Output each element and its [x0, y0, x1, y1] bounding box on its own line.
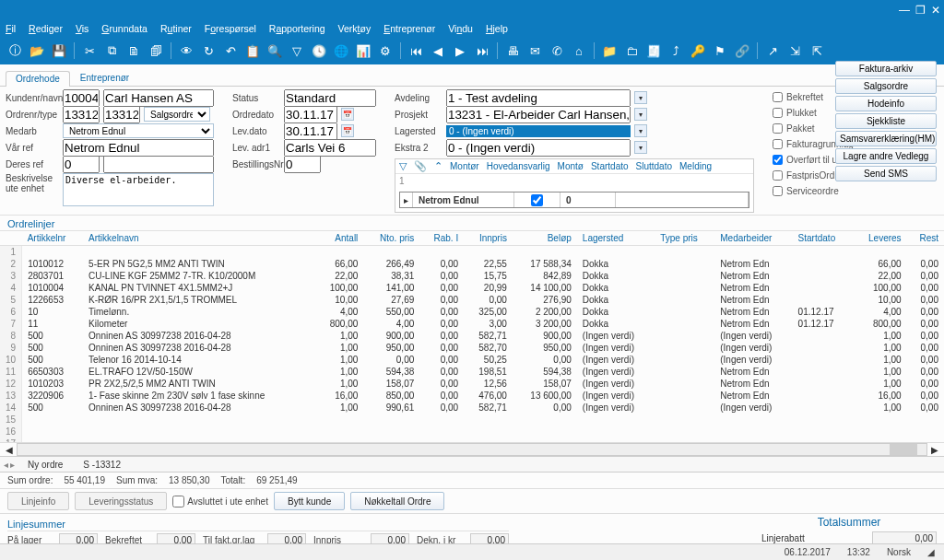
col-start[interactable]: Startdato: [591, 161, 629, 171]
table-row[interactable]: 10500Telenor 16 2014-10-14 1,000,000,00 …: [0, 354, 944, 366]
menu-rutiner[interactable]: Rutiner: [160, 23, 192, 34]
col-ntopris[interactable]: Nto. pris: [363, 231, 419, 246]
menu-rediger[interactable]: Rediger: [29, 23, 63, 34]
kundenavn-input[interactable]: [103, 89, 214, 107]
dropdown-icon[interactable]: ▾: [634, 124, 647, 137]
table-row[interactable]: 15: [0, 414, 944, 426]
prosjekt-input[interactable]: [446, 106, 631, 123]
in-icon[interactable]: ⇱: [808, 41, 826, 60]
close-icon[interactable]: ✕: [931, 4, 940, 17]
link-icon[interactable]: 🔗: [733, 41, 751, 60]
dropdown-icon[interactable]: ▾: [634, 91, 647, 104]
col-hoved[interactable]: Hovedansvarlig: [487, 161, 550, 171]
col-melding[interactable]: Melding: [679, 161, 712, 171]
orderlines-grid[interactable]: Artikkelnr Artikkelnavn Antall Nto. pris…: [0, 231, 944, 443]
menu-entreprenor[interactable]: Entreprenør: [384, 23, 435, 34]
key-icon[interactable]: 🔑: [689, 41, 707, 60]
status-input[interactable]: [284, 89, 376, 107]
tab-next-icon[interactable]: ▸: [10, 460, 15, 470]
col-monto[interactable]: Montø: [558, 161, 584, 171]
col-artikkelnr[interactable]: Artikkelnr: [22, 231, 83, 246]
btn-lagre-vedlegg[interactable]: Lagre andre Vedlegg: [835, 148, 937, 164]
col-lagersted[interactable]: Lagersted: [577, 231, 655, 246]
table-row[interactable]: 51226653K-RØR 16/PR 2X1,5/1,5 TROMMEL 10…: [0, 294, 944, 306]
ordretype-select[interactable]: Salgsordre: [144, 107, 210, 122]
report-icon[interactable]: 🧾: [644, 41, 663, 60]
montor-check[interactable]: [531, 194, 543, 206]
menu-vindu[interactable]: Vindu: [448, 23, 473, 34]
beskrivelse-textarea[interactable]: Diverse el-arbeider.: [63, 173, 214, 206]
ordrenr-input[interactable]: [63, 106, 100, 123]
col-typepris[interactable]: Type pris: [655, 231, 714, 246]
table-row[interactable]: 116650303EL.TRAFO 12V/50-150W 1,00594,38…: [0, 366, 944, 378]
first-icon[interactable]: ⏮: [407, 41, 425, 60]
gear-icon[interactable]: ⚙: [376, 41, 395, 60]
col-rab[interactable]: Rab. I: [419, 231, 464, 246]
btn-samsvar[interactable]: Samsvarerklæring(HM): [835, 131, 937, 146]
col-slutt[interactable]: Sluttdato: [636, 161, 672, 171]
table-row[interactable]: 41010004KANAL PN TVINNET 4X1.5MM2+J 100,…: [0, 282, 944, 294]
menu-vis[interactable]: Vis: [76, 23, 88, 34]
col-antall[interactable]: Antall: [315, 231, 364, 246]
chk-pakket[interactable]: [773, 123, 783, 134]
table-row[interactable]: 8500Onninen AS 30997238 2016-04-28 1,009…: [0, 330, 944, 342]
ekstra2-input[interactable]: [446, 139, 631, 157]
table-row[interactable]: 210100125-ER PN 5G2,5 MM2 ANTI TWIN 66,0…: [0, 258, 944, 270]
bestnr-input[interactable]: [284, 156, 321, 173]
col-rest[interactable]: Rest: [907, 231, 944, 246]
col-innpris[interactable]: Innpris: [464, 231, 513, 246]
table-row[interactable]: 16: [0, 426, 944, 438]
browse-icon[interactable]: 🗀: [622, 41, 641, 60]
avdeling-input[interactable]: [446, 89, 631, 107]
home-icon[interactable]: ⌂: [570, 41, 588, 60]
col-belop[interactable]: Beløp: [513, 231, 577, 246]
copy-icon[interactable]: ⧉: [102, 41, 121, 60]
info-icon[interactable]: ⓘ: [6, 41, 24, 60]
flag-icon[interactable]: ⚑: [711, 41, 729, 60]
levdato-input[interactable]: [284, 122, 337, 140]
menu-rapportering[interactable]: Rapportering: [269, 23, 325, 34]
dropdown-icon[interactable]: ▾: [634, 108, 647, 121]
folder-icon[interactable]: 📁: [600, 41, 619, 60]
expand-icon[interactable]: ⌃: [434, 160, 442, 172]
btn-send-sms[interactable]: Send SMS: [835, 166, 937, 181]
btn-leveringsstatus[interactable]: Leveringsstatus: [75, 492, 167, 510]
dropdown-icon[interactable]: ▾: [634, 141, 647, 154]
chk-plukket[interactable]: [773, 108, 783, 118]
tab-ny-ordre[interactable]: Ny ordre: [20, 459, 70, 471]
btn-nokkeltall[interactable]: Nøkkeltall Ordre: [350, 492, 444, 510]
chk-serviceordre[interactable]: [773, 186, 783, 196]
last-icon[interactable]: ⏭: [473, 41, 491, 60]
view-icon[interactable]: 👁: [177, 41, 195, 60]
col-startdato[interactable]: Startdato: [793, 231, 853, 246]
chk-fakturagrunnlag[interactable]: [773, 139, 783, 149]
deresref-a[interactable]: [63, 156, 100, 173]
filter-icon[interactable]: ▽: [399, 160, 407, 172]
medarb-select[interactable]: Netrom Ednul: [63, 123, 214, 138]
tab-entreprenor[interactable]: Entreprenør: [70, 70, 139, 86]
minimize-icon[interactable]: —: [899, 4, 910, 17]
h-scrollbar[interactable]: [17, 443, 927, 456]
varref-input[interactable]: [63, 139, 214, 157]
tab-prev-icon[interactable]: ◂: [4, 460, 8, 470]
tab-ordrehode[interactable]: Ordrehode: [6, 71, 70, 87]
tab-current-order[interactable]: S -13312: [76, 459, 128, 471]
refresh-icon[interactable]: ↻: [199, 41, 218, 60]
chk-overfort[interactable]: [773, 155, 783, 165]
open-icon[interactable]: 📂: [28, 41, 46, 60]
undo-icon[interactable]: ↶: [221, 41, 240, 60]
ordredato-input[interactable]: [284, 106, 337, 123]
table-row[interactable]: 711Kilometer 800,004,000,00 3,003 200,00…: [0, 318, 944, 330]
filter-icon[interactable]: ▽: [288, 41, 306, 60]
btn-faktura-arkiv[interactable]: Faktura-arkiv: [835, 61, 937, 76]
share-icon[interactable]: ↗: [763, 41, 782, 60]
table-row[interactable]: 32803701CU-LINE KGF 25MM2 7-TR. K10/2000…: [0, 270, 944, 282]
btn-hodeinfo[interactable]: Hodeinfo: [835, 96, 937, 111]
table-row[interactable]: 610Timelønn. 4,00550,000,00 325,002 200,…: [0, 306, 944, 318]
chk-fastpris[interactable]: [773, 170, 783, 181]
btn-sjekkliste[interactable]: Sjekkliste: [835, 113, 937, 129]
restore-icon[interactable]: ❐: [915, 4, 926, 17]
btn-bytt-kunde[interactable]: Bytt kunde: [274, 492, 345, 510]
menu-verktoy[interactable]: Verktøy: [338, 23, 372, 34]
resize-grip-icon[interactable]: ◢: [927, 547, 935, 557]
